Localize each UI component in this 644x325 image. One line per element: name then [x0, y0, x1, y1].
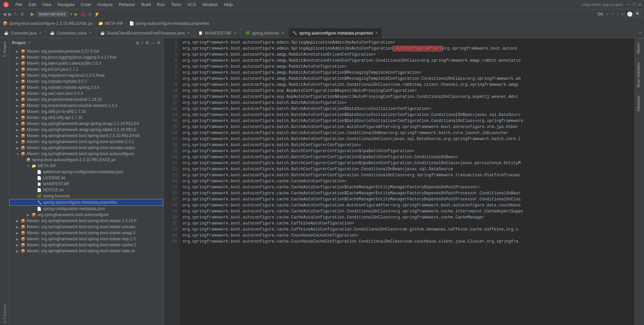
code-line: org.springframework.boot.autoconfigure.b… [182, 142, 632, 148]
menu-view[interactable]: View [39, 1, 54, 8]
tree-item[interactable]: ▶📦Maven: org.slf4j:slf4j-api:1.7.30 [9, 115, 163, 121]
git-history[interactable]: 🕐 [627, 11, 633, 17]
tree-item[interactable]: ▶📦Maven: org.springframework.amqp:spring… [9, 121, 163, 127]
menu-navigate[interactable]: Navigate [55, 1, 77, 8]
breadcrumb-metainf[interactable]: 📁 META-INF [98, 21, 123, 26]
minimize-icon[interactable]: ─ [628, 2, 630, 7]
collapse-icon[interactable]: ≡ [141, 41, 143, 45]
tree-item[interactable]: 📄spring-configuration-metadata.json [9, 206, 163, 212]
coverage-icon[interactable]: ◎ [88, 11, 92, 17]
tree-item[interactable]: ▶📦Maven: org.springframework.boot:spring… [9, 236, 163, 242]
tree-item[interactable]: ▶📦Maven: org.jboss.logging:jboss-logging… [9, 54, 163, 60]
debug-icon[interactable]: 🐞 [80, 11, 86, 17]
main-layout: 1: Project 2: Favorites Project ▾ ◎ ≡ ⚙ … [0, 38, 644, 325]
tree-item[interactable]: 📋MANIFEST.MF [9, 181, 163, 187]
menu-edit[interactable]: Edit [26, 1, 39, 8]
tree-item[interactable]: ▶📦Maven: org.slf4j:jul-to-slf4j:1.7.30 [9, 109, 163, 115]
settings-icon[interactable]: ⚙ [145, 41, 149, 45]
menu-window[interactable]: Window [200, 1, 220, 8]
play-icon[interactable]: ▶ [74, 11, 78, 17]
sidebar-2-favorites[interactable]: 2: Favorites [1, 302, 8, 325]
tree-item[interactable]: ▶📦Maven: org.ow2.asm:asm:5.0.4 [9, 90, 163, 96]
back-icon[interactable]: ◀ [3, 11, 6, 17]
search-everywhere-icon[interactable]: 🔍 [635, 11, 641, 17]
tab-spring-autoconfigure-properties[interactable]: 🔧 spring-autoconfigure-metadata.properti… [288, 28, 382, 38]
tab-close-converters[interactable]: ✕ [89, 31, 92, 35]
refresh-icon[interactable]: ↻ [14, 11, 18, 17]
tab-converter-java[interactable]: ☕ Converter.java ✕ [0, 28, 46, 38]
tab-seata-processor[interactable]: ☕ SeataClientEnvironmentPostProcessor.ja… [96, 28, 194, 38]
code-container: 1234567891011121314151617181920212223242… [164, 38, 635, 325]
tab-spring-factories[interactable]: 🌿 spring.factories ✕ [241, 28, 288, 38]
tree-item[interactable]: ▶📦Maven: org.mapstruct:mapstruct:1.2.0.F… [9, 72, 163, 78]
tab-close-factories[interactable]: ✕ [281, 31, 284, 35]
forward-icon[interactable]: ▶ [8, 11, 12, 17]
database-panel-label[interactable]: Database [635, 91, 644, 115]
tab-manifest[interactable]: 📋 MANIFEST.MF ✕ [194, 28, 241, 38]
tab-converters-class[interactable]: ☕ Converters.class ✕ [46, 28, 96, 38]
tree-item[interactable]: ▶📦Maven: org.javassist:javassist:3.27.0-… [9, 48, 163, 54]
menu-help[interactable]: Help [221, 1, 235, 8]
tree-item[interactable]: ▶📦Maven: org.mybatis:mybatis-spring:2.0.… [9, 84, 163, 90]
gear-icon[interactable]: ⚙ [157, 41, 161, 45]
tree-item[interactable]: ▶📦Maven: org.mybatis:mybatis:3.5.7 [9, 78, 163, 84]
tree-item[interactable]: ▶📦Maven: org.springframework.boot:spring… [9, 242, 163, 248]
tree-item[interactable]: ▶📦Maven: org.springframework.boot:spring… [9, 218, 163, 224]
nav-icon[interactable]: ⊕ [20, 11, 24, 17]
tree-label: Maven: org.springframework.boot:spring-b… [27, 237, 136, 241]
close-icon[interactable]: ✕ [639, 2, 641, 7]
maximize-icon[interactable]: □ [633, 2, 636, 7]
tree-item[interactable]: ▶📦Maven: org.springframework.boot:spring… [9, 230, 163, 236]
tree-item[interactable]: ▶📦Maven: org.reactivestreams:reactive-st… [9, 103, 163, 109]
tree-item[interactable]: 📦spring-boot-autoconfigure-2.3.10.RELEAS… [9, 157, 163, 163]
menu-build[interactable]: Build [139, 1, 154, 8]
tree-item[interactable]: 📄NOTICE.txt [9, 187, 163, 193]
tab-scroll-right[interactable]: ⋯ [636, 28, 644, 38]
tree-item[interactable]: ▶📦Maven: org.springframework.boot:spring… [9, 145, 163, 151]
tree-item[interactable]: ▼📁META-INF [9, 163, 163, 169]
hide-icon[interactable]: — [151, 41, 155, 45]
menu-refactor[interactable]: Refactor [116, 1, 138, 8]
menu-analyze[interactable]: Analyze [95, 1, 115, 8]
menu-tools[interactable]: Tools [168, 1, 184, 8]
dropdown-arrow[interactable]: ▾ [29, 41, 30, 45]
tree-arrow: ▼ [27, 164, 30, 168]
git-undo[interactable]: ↩ [621, 11, 625, 17]
tree-item[interactable]: ▶📦Maven: org.springframework.amqp:spring… [9, 127, 163, 133]
tree-item[interactable]: ▶📦Maven: org.springframework.boot:spring… [9, 133, 163, 139]
tree-item[interactable]: ▶📦org.springframework.boot.autoconfigure [9, 212, 163, 218]
git-upload[interactable]: ↑ [616, 11, 619, 17]
tab-close-properties[interactable]: ✕ [375, 31, 378, 35]
menu-file[interactable]: File [13, 1, 25, 8]
tab-close-manifest[interactable]: ✕ [234, 31, 237, 35]
line-number: 2 [164, 46, 177, 52]
tree-item[interactable]: ▶📦Maven: org.latencyutils:LatencyUtils:2… [9, 60, 163, 66]
bean-validation-panel-label[interactable]: Bean Validation [635, 58, 644, 91]
run-icon[interactable]: ▶ [31, 11, 35, 17]
dropdown-icon[interactable]: ▾ [70, 11, 72, 17]
code-content[interactable]: org.springframework.boot.autoconfigure.a… [180, 38, 635, 325]
sidebar-1-project[interactable]: 1: Project [1, 40, 8, 59]
tree-item[interactable]: 📄LICENSE.txt [9, 175, 163, 181]
tree-label: MANIFEST.MF [43, 182, 70, 186]
tree-item[interactable]: ▶📦Maven: org.lz4:lz4-java:1.7.1 [9, 66, 163, 72]
menu-code[interactable]: Code [78, 1, 94, 8]
tab-close-seata[interactable]: ✕ [187, 31, 190, 35]
tree-item[interactable]: 🌿spring.factories [9, 193, 163, 199]
tree-item[interactable]: ▶📦Maven: org.springframework.boot:spring… [9, 139, 163, 145]
tree-item[interactable]: ▶📦Maven: org.springframework.boot:spring… [9, 224, 163, 230]
maven-panel-label[interactable]: Maven [635, 38, 644, 58]
menu-vcs[interactable]: VCS [184, 1, 199, 8]
tree-item[interactable]: ▶📦Maven: org.projectlombok:lombok:1.18.2… [9, 96, 163, 103]
tab-close-converter[interactable]: ✕ [39, 31, 42, 35]
tree-item[interactable]: ▼📦Maven: org.springframework.boot:spring… [9, 151, 163, 157]
profile-icon[interactable]: ⚡ [94, 11, 100, 17]
service-name[interactable]: tester-service1 [37, 11, 68, 17]
tree-item[interactable]: 🔧spring-autoconfigure-metadata.propertie… [9, 199, 163, 206]
tree-item[interactable]: 📄additional-spring-configuration-metadat… [9, 169, 163, 175]
locate-icon[interactable]: ◎ [136, 41, 139, 45]
breadcrumb-jar[interactable]: 📦 spring-boot-autoconfigure-2.3.10.RELEA… [3, 21, 93, 26]
tree-item[interactable]: ▶📦Maven: org.springframework.boot:spring… [9, 248, 163, 254]
breadcrumb-properties[interactable]: 📄 spring-autoconfigure-metadata.properti… [129, 21, 209, 26]
menu-run[interactable]: Run [154, 1, 168, 8]
